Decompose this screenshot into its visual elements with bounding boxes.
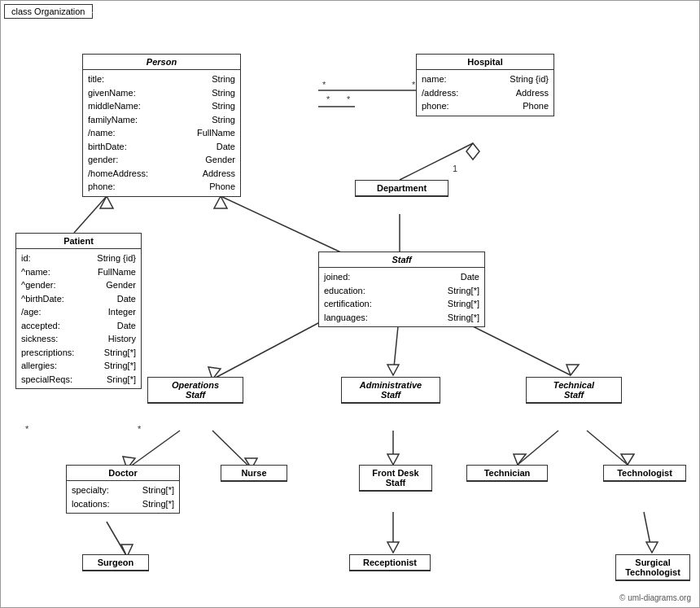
staff-class: Staff joined:Date education:String[*] ce… [318, 252, 485, 327]
doctor-title: Doctor [67, 466, 179, 481]
administrative-staff-class: AdministrativeStaff [341, 377, 440, 404]
svg-text:*: * [25, 424, 29, 434]
person-attrs: title:String givenName:String middleName… [83, 70, 240, 196]
svg-line-0 [400, 143, 473, 180]
svg-marker-17 [567, 365, 579, 375]
technical-staff-title: TechnicalStaff [527, 378, 621, 403]
hospital-class: Hospital name:String {id} /address:Addre… [416, 54, 554, 116]
svg-marker-11 [214, 196, 227, 208]
svg-line-28 [107, 522, 127, 557]
patient-title: Patient [16, 234, 141, 249]
svg-text:*: * [347, 94, 351, 104]
svg-marker-31 [387, 542, 399, 553]
staff-attrs: joined:Date education:String[*] certific… [319, 268, 484, 326]
svg-text:1: 1 [453, 164, 457, 173]
doctor-attrs: specialty:String[*] locations:String[*] [67, 481, 179, 513]
receptionist-class: Receptionist [349, 554, 431, 571]
svg-line-20 [212, 431, 252, 469]
svg-line-32 [644, 512, 652, 553]
svg-marker-33 [646, 542, 658, 553]
svg-marker-27 [621, 454, 634, 465]
surgeon-title: Surgeon [83, 555, 148, 571]
surgical-technologist-class: SurgicalTechnologist [615, 554, 690, 581]
hospital-attrs: name:String {id} /address:Address phone:… [417, 70, 553, 116]
svg-line-10 [221, 196, 343, 253]
patient-attrs: id:String {id} ^name:FullName ^gender:Ge… [16, 249, 141, 388]
front-desk-staff-class: Front DeskStaff [359, 465, 432, 492]
svg-marker-23 [387, 454, 399, 465]
department-title: Department [356, 181, 448, 196]
technician-class: Technician [466, 465, 548, 482]
receptionist-title: Receptionist [350, 555, 430, 571]
technologist-class: Technologist [603, 465, 686, 482]
surgeon-class: Surgeon [82, 554, 149, 571]
person-class: Person title:String givenName:String mid… [82, 54, 241, 197]
svg-marker-1 [466, 143, 479, 160]
diagram-title: class Organization [4, 4, 93, 19]
svg-marker-25 [514, 454, 526, 465]
department-class: Department [355, 180, 448, 197]
svg-line-8 [74, 196, 107, 233]
technologist-title: Technologist [604, 466, 685, 481]
staff-title: Staff [319, 252, 484, 268]
nurse-class: Nurse [221, 465, 287, 482]
copyright: © uml-diagrams.org [619, 593, 691, 602]
svg-text:*: * [322, 80, 326, 90]
svg-text:*: * [138, 424, 142, 434]
doctor-class: Doctor specialty:String[*] locations:Str… [66, 465, 180, 514]
svg-line-24 [518, 431, 558, 465]
operations-staff-class: OperationsStaff [147, 377, 243, 404]
technical-staff-class: TechnicalStaff [526, 377, 622, 404]
svg-marker-9 [100, 196, 113, 208]
hospital-title: Hospital [417, 55, 553, 70]
administrative-staff-title: AdministrativeStaff [342, 378, 440, 403]
front-desk-staff-title: Front DeskStaff [360, 466, 431, 491]
operations-staff-title: OperationsStaff [148, 378, 243, 403]
person-title: Person [83, 55, 240, 70]
svg-marker-15 [387, 365, 399, 375]
svg-text:*: * [326, 94, 330, 104]
surgical-technologist-title: SurgicalTechnologist [616, 555, 689, 580]
nurse-title: Nurse [221, 466, 287, 481]
patient-class: Patient id:String {id} ^name:FullName ^g… [15, 233, 142, 389]
technician-title: Technician [467, 466, 547, 481]
svg-line-18 [127, 431, 180, 469]
diagram-container: class Organization 1 * * * [0, 0, 700, 608]
svg-line-26 [587, 431, 628, 465]
